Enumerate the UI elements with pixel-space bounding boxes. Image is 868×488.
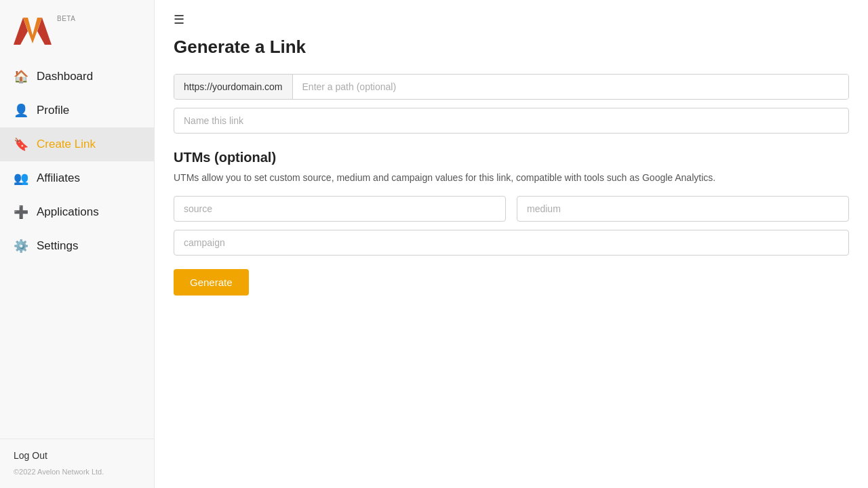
sidebar-item-settings[interactable]: ⚙️ Settings <box>0 229 154 263</box>
content-area: Generate a Link https://yourdomain.com U… <box>155 37 868 323</box>
sidebar-label-profile: Profile <box>37 104 69 117</box>
sidebar: BETA 🏠 Dashboard 👤 Profile 🔖 Create Link… <box>0 0 155 488</box>
utm-campaign-input[interactable] <box>174 230 849 256</box>
url-path-input[interactable] <box>293 75 848 99</box>
sidebar-item-profile[interactable]: 👤 Profile <box>0 94 154 127</box>
sidebar-label-applications: Applications <box>37 205 99 219</box>
utm-medium-input[interactable] <box>517 196 849 222</box>
sidebar-item-affiliates[interactable]: 👥 Affiliates <box>0 161 154 195</box>
sidebar-label-dashboard: Dashboard <box>37 70 93 83</box>
utms-description: UTMs allow you to set custom source, med… <box>174 171 849 185</box>
sidebar-nav: 🏠 Dashboard 👤 Profile 🔖 Create Link 👥 Af… <box>0 54 154 439</box>
affiliates-icon: 👥 <box>14 171 27 186</box>
settings-icon: ⚙️ <box>14 239 27 253</box>
sidebar-footer: Log Out ©2022 Avelon Network Ltd. <box>0 439 154 488</box>
profile-icon: 👤 <box>14 103 27 118</box>
beta-badge: BETA <box>57 15 75 22</box>
dashboard-icon: 🏠 <box>14 69 27 84</box>
logo-area: BETA <box>0 0 154 54</box>
logo-icon <box>14 11 52 46</box>
top-bar: ☰ <box>155 0 868 37</box>
url-bar: https://yourdomain.com <box>174 74 849 100</box>
utm-source-input[interactable] <box>174 196 506 222</box>
copyright-text: ©2022 Avelon Network Ltd. <box>14 468 104 476</box>
applications-icon: ➕ <box>14 205 27 220</box>
url-domain: https://yourdomain.com <box>174 75 293 99</box>
main-content: ☰ Generate a Link https://yourdomain.com… <box>155 0 868 488</box>
page-title: Generate a Link <box>174 37 849 58</box>
utms-title: UTMs (optional) <box>174 150 849 165</box>
sidebar-item-create-link[interactable]: 🔖 Create Link <box>0 127 154 161</box>
create-link-icon: 🔖 <box>14 137 27 152</box>
sidebar-label-affiliates: Affiliates <box>37 171 80 185</box>
sidebar-label-create-link: Create Link <box>37 138 96 151</box>
logout-link[interactable]: Log Out <box>14 450 140 461</box>
utms-source-medium-row <box>174 196 849 222</box>
name-link-input[interactable] <box>174 108 849 134</box>
sidebar-label-settings: Settings <box>37 239 78 253</box>
sidebar-item-applications[interactable]: ➕ Applications <box>0 195 154 229</box>
hamburger-icon[interactable]: ☰ <box>174 14 184 26</box>
generate-button[interactable]: Generate <box>174 269 249 296</box>
sidebar-item-dashboard[interactable]: 🏠 Dashboard <box>0 60 154 94</box>
